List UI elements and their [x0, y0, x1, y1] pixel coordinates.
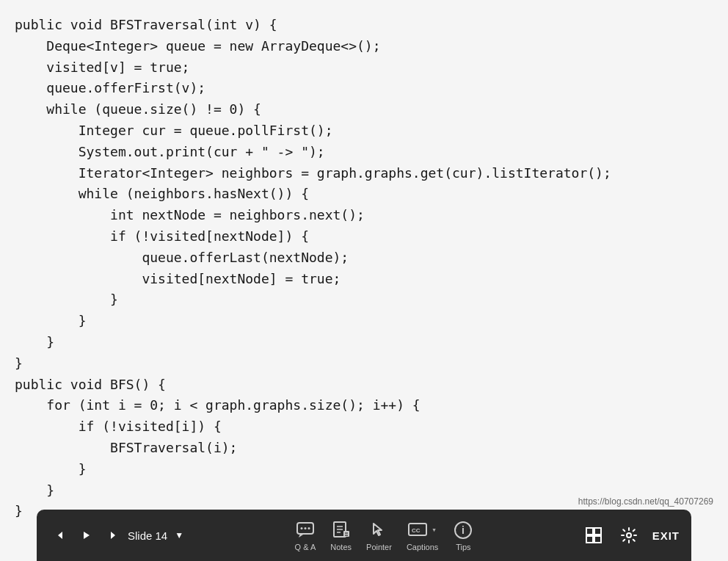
- toolbar: Slide 14 ▼ Q & A: [37, 510, 691, 561]
- svg-rect-22: [594, 536, 601, 543]
- captions-tool[interactable]: CC ▾ Captions: [407, 520, 438, 551]
- svg-marker-1: [84, 532, 90, 539]
- settings-button[interactable]: [617, 524, 641, 547]
- svg-rect-19: [586, 528, 593, 535]
- pointer-tool[interactable]: Pointer: [366, 520, 392, 551]
- svg-point-4: [300, 527, 302, 529]
- toolbar-right: EXIT: [582, 524, 680, 547]
- svg-point-5: [304, 527, 306, 529]
- notes-tool[interactable]: Notes: [330, 520, 352, 551]
- pointer-icon: [368, 520, 389, 540]
- tips-tool[interactable]: i Tips: [453, 520, 473, 551]
- exit-button[interactable]: EXIT: [652, 529, 680, 542]
- slide-indicator: Slide 14 ▼: [128, 528, 186, 543]
- captions-icon: CC: [408, 520, 430, 540]
- toolbar-tools: Q & A Notes: [295, 520, 474, 551]
- code-content: public void BFSTraversal(int v) { Deque<…: [15, 15, 713, 522]
- svg-rect-12: [343, 531, 349, 537]
- svg-rect-21: [586, 536, 593, 543]
- svg-rect-20: [594, 528, 601, 535]
- captions-arrow: ▾: [432, 525, 437, 535]
- chat-icon: [295, 520, 316, 540]
- watermark: https://blog.csdn.net/qq_40707269: [578, 496, 713, 507]
- svg-point-6: [307, 527, 310, 529]
- notes-icon: [331, 520, 352, 540]
- slide-dropdown-button[interactable]: ▼: [172, 528, 186, 543]
- svg-marker-0: [58, 532, 62, 539]
- captions-label: Captions: [407, 543, 438, 551]
- layout-button[interactable]: [582, 524, 605, 547]
- svg-point-23: [627, 533, 631, 538]
- svg-text:CC: CC: [412, 527, 421, 534]
- nav-controls: Slide 14 ▼: [48, 524, 186, 547]
- tips-icon: i: [453, 520, 473, 540]
- next-button[interactable]: [101, 524, 125, 547]
- play-button[interactable]: [75, 524, 98, 547]
- qa-tool[interactable]: Q & A: [295, 520, 316, 551]
- tips-label: Tips: [456, 543, 470, 551]
- svg-marker-2: [111, 532, 115, 539]
- qa-label: Q & A: [295, 543, 316, 551]
- prev-button[interactable]: [48, 524, 72, 547]
- svg-text:i: i: [462, 524, 465, 536]
- notes-label: Notes: [330, 543, 352, 551]
- pointer-label: Pointer: [366, 543, 392, 551]
- code-area: public void BFSTraversal(int v) { Deque<…: [0, 0, 728, 561]
- slide-number: Slide 14: [128, 529, 167, 542]
